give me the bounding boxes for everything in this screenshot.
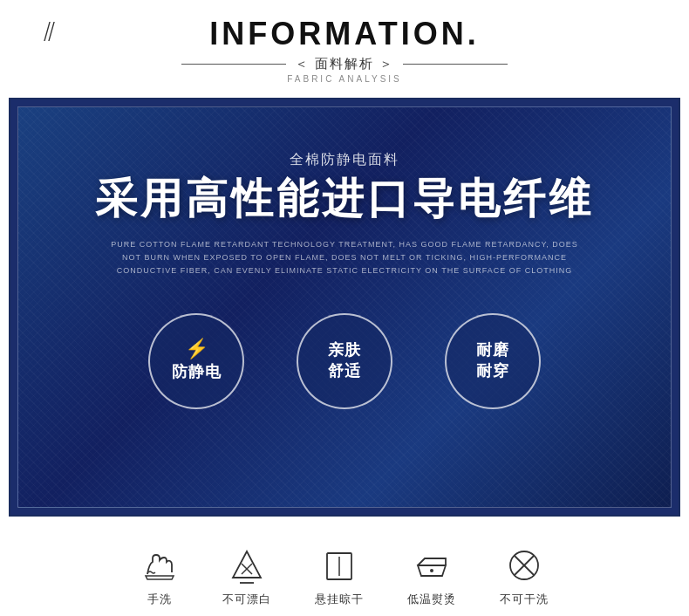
banner-content: 全棉防静电面料 采用高性能进口导电纤维 PURE COTTON FLAME RE… — [18, 107, 671, 435]
banner-big-text: 采用高性能进口导电纤维 — [53, 176, 636, 222]
low-iron-label: 低温熨烫 — [407, 592, 456, 607]
svg-point-5 — [430, 569, 433, 572]
hand-wash-label: 手洗 — [147, 592, 172, 607]
header-section: // INFORMATION. ＜ 面料解析 ＞ FABRIC ANALYSIS — [0, 0, 689, 98]
skin-label: 亲肤舒适 — [328, 340, 361, 381]
hang-dry-label: 悬挂晾干 — [315, 592, 364, 607]
header-divider: ＜ 面料解析 ＞ — [0, 56, 689, 72]
no-bleach-icon — [228, 546, 266, 585]
feature-skin: 亲肤舒适 — [297, 313, 392, 409]
banner-description: PURE COTTON FLAME RETARDANT TECHNOLOGY T… — [100, 238, 589, 278]
hang-dry-icon — [320, 546, 358, 585]
care-low-iron: 低温熨烫 — [407, 546, 456, 607]
subtitle-en: FABRIC ANALYSIS — [0, 74, 689, 84]
subtitle-zh: ＜ 面料解析 ＞ — [295, 56, 394, 72]
feature-antistatic: ⚡ 防静电 — [148, 313, 244, 409]
slash-decoration: // — [44, 19, 53, 45]
divider-left — [181, 64, 286, 65]
feature-circles: ⚡ 防静电 亲肤舒适 耐磨耐穿 — [53, 313, 636, 409]
no-dry-clean-icon — [505, 546, 543, 585]
no-bleach-label: 不可漂白 — [222, 592, 271, 607]
antistatic-label: 防静电 — [172, 362, 222, 382]
banner-small-text: 全棉防静电面料 — [53, 151, 636, 169]
divider-right — [403, 64, 508, 65]
durable-label: 耐磨耐穿 — [476, 340, 509, 381]
care-hang-dry: 悬挂晾干 — [315, 546, 364, 607]
no-dry-clean-label: 不可干洗 — [500, 592, 549, 607]
page-title: INFORMATION. — [0, 16, 689, 52]
care-no-dry-clean: 不可干洗 — [500, 546, 549, 607]
low-iron-icon — [413, 546, 451, 585]
antistatic-icon: ⚡ — [185, 339, 208, 359]
care-section: 手洗 不可漂白 悬挂晾干 — [0, 529, 689, 616]
hand-wash-icon — [140, 546, 179, 585]
care-hand-wash: 手洗 — [140, 546, 179, 607]
care-no-bleach: 不可漂白 — [222, 546, 271, 607]
feature-durable: 耐磨耐穿 — [445, 313, 541, 409]
banner-outer: 全棉防静电面料 采用高性能进口导电纤维 PURE COTTON FLAME RE… — [9, 98, 680, 517]
banner-inner: 全棉防静电面料 采用高性能进口导电纤维 PURE COTTON FLAME RE… — [17, 106, 672, 508]
